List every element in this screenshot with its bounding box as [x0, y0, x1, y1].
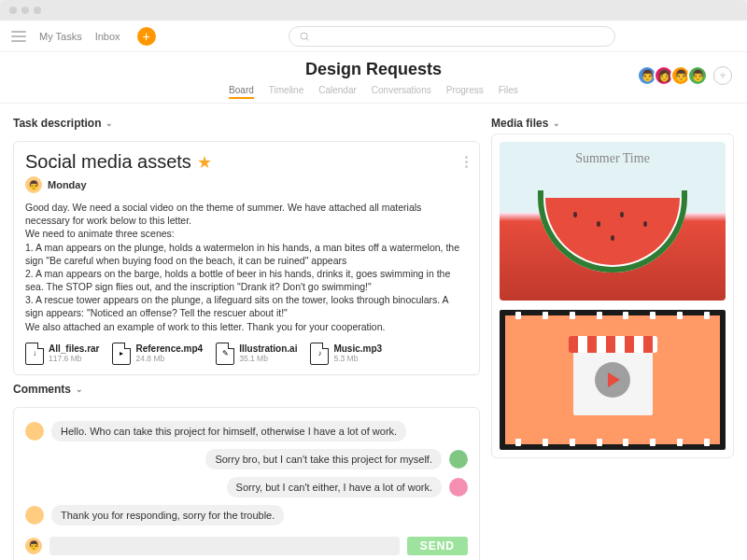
- attachments: ↓All_files.rar117.6 Mb▸Reference.mp424.8…: [25, 343, 468, 365]
- nav-inbox[interactable]: Inbox: [95, 31, 120, 42]
- comment: Hello. Who can take this project for him…: [25, 421, 468, 441]
- avatar[interactable]: 👨: [687, 65, 708, 86]
- task-title: Social media assets★: [25, 151, 212, 173]
- comment-text: Thank you for responding, sorry for the …: [51, 505, 284, 525]
- comments-header[interactable]: Comments⌄: [13, 383, 480, 396]
- comments-card: Hello. Who can take this project for him…: [13, 407, 480, 560]
- comment-text: Sorry bro, but I can't take this project…: [205, 449, 442, 469]
- media-thumbnail-video[interactable]: [500, 310, 726, 450]
- file-icon: ✎: [216, 343, 234, 365]
- task-description-header[interactable]: Task description⌄: [13, 117, 480, 130]
- media-files-header[interactable]: Media files⌄: [491, 117, 734, 130]
- comment-input[interactable]: [49, 537, 400, 555]
- play-icon[interactable]: [595, 362, 630, 398]
- page-header: Design Requests Board Timeline Calendar …: [0, 52, 747, 107]
- file-icon: ↓: [25, 343, 44, 365]
- attachment[interactable]: ↓All_files.rar117.6 Mb: [25, 343, 99, 365]
- svg-point-0: [301, 33, 307, 39]
- attachment[interactable]: ✎Illustration.ai35.1 Mb: [216, 343, 297, 365]
- tab-timeline[interactable]: Timeline: [269, 85, 303, 99]
- chevron-down-icon: ⌄: [76, 385, 83, 394]
- file-size: 5.3 Mb: [333, 354, 382, 363]
- media-thumbnail-illustration[interactable]: Summer Time: [500, 142, 726, 301]
- attachment[interactable]: ♪Music.mp35.3 Mb: [310, 343, 382, 365]
- add-button[interactable]: +: [137, 27, 156, 46]
- file-icon: ♪: [310, 343, 329, 365]
- tab-conversations[interactable]: Conversations: [372, 85, 431, 99]
- task-body: Good day. We need a social video on the …: [25, 201, 468, 333]
- file-name: Illustration.ai: [239, 343, 297, 354]
- comment: Sorry bro, but I can't take this project…: [25, 449, 468, 469]
- task-day: Monday: [48, 179, 87, 190]
- nav-my-tasks[interactable]: My Tasks: [39, 31, 82, 42]
- topbar: My Tasks Inbox +: [0, 21, 747, 52]
- file-name: Reference.mp4: [135, 343, 203, 354]
- comment-text: Sorry, but I can't either, I have a lot …: [227, 477, 442, 497]
- task-card: Social media assets★ 👨 Monday Good day. …: [13, 141, 480, 375]
- file-name: All_files.rar: [49, 343, 99, 354]
- member-avatars: 👨 👩 👨 👨 +: [642, 65, 732, 86]
- comment-avatar[interactable]: [449, 478, 468, 497]
- search-input[interactable]: [289, 26, 615, 47]
- comment-avatar[interactable]: [25, 422, 44, 441]
- comment-avatar[interactable]: [449, 450, 468, 469]
- add-member-button[interactable]: +: [713, 66, 732, 85]
- comment: Thank you for responding, sorry for the …: [25, 505, 468, 525]
- file-size: 24.8 Mb: [135, 354, 203, 363]
- current-user-avatar: 👨: [25, 538, 42, 554]
- browser-chrome: [0, 0, 747, 21]
- send-button[interactable]: SEND: [407, 537, 468, 555]
- comment-avatar[interactable]: [25, 506, 44, 525]
- file-icon: ▸: [112, 343, 131, 365]
- search-icon: [299, 31, 310, 42]
- comment: Sorry, but I can't either, I have a lot …: [25, 477, 468, 497]
- file-size: 117.6 Mb: [49, 354, 99, 363]
- tab-calendar[interactable]: Calendar: [318, 85, 357, 99]
- file-size: 35.1 Mb: [239, 354, 297, 363]
- task-menu-icon[interactable]: [465, 156, 468, 168]
- tab-board[interactable]: Board: [229, 85, 254, 99]
- comment-text: Hello. Who can take this project for him…: [51, 421, 406, 441]
- page-title: Design Requests: [0, 60, 747, 79]
- media-panel: Summer Time: [491, 133, 734, 458]
- star-icon[interactable]: ★: [197, 152, 212, 173]
- chevron-down-icon: ⌄: [553, 119, 560, 128]
- menu-icon[interactable]: [11, 31, 26, 42]
- author-avatar[interactable]: 👨: [25, 176, 42, 193]
- tab-files[interactable]: Files: [499, 85, 518, 99]
- tab-progress[interactable]: Progress: [446, 85, 484, 99]
- chevron-down-icon: ⌄: [106, 119, 113, 128]
- file-name: Music.mp3: [333, 343, 382, 354]
- view-tabs: Board Timeline Calendar Conversations Pr…: [0, 85, 747, 104]
- attachment[interactable]: ▸Reference.mp424.8 Mb: [112, 343, 203, 365]
- svg-line-1: [306, 38, 309, 41]
